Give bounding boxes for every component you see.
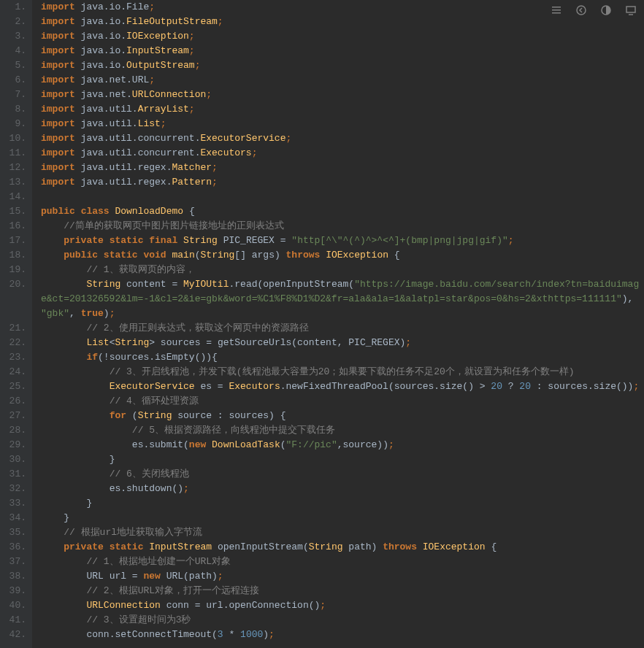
code-line[interactable]: // 1、获取网页的内容， xyxy=(41,263,644,277)
code-line[interactable]: List<String> sources = getSourceUrls(con… xyxy=(41,336,644,350)
code-line[interactable]: es.submit(new DownLoadTask("F://pic",sou… xyxy=(41,438,644,452)
token: throws xyxy=(383,541,417,552)
code-line[interactable]: ExecutorService es = Executors.newFixedT… xyxy=(41,379,644,394)
code-line[interactable]: } xyxy=(41,452,644,467)
token: void xyxy=(143,250,166,261)
token xyxy=(206,439,212,450)
code-line[interactable]: // 6、关闭线程池 xyxy=(41,467,644,482)
code-line[interactable]: import java.util.concurrent.ExecutorServ… xyxy=(41,131,644,146)
token: ) xyxy=(104,308,110,319)
token: DownLoadTask xyxy=(212,439,280,450)
token: // 1、根据地址创建一个URL对象 xyxy=(86,556,231,567)
code-editor[interactable]: 1.2.3.4.5.6.7.8.9.10.11.12.13.14.15.16.1… xyxy=(0,0,644,648)
code-line[interactable]: import java.util.ArrayList; xyxy=(41,102,644,117)
code-line[interactable]: import java.net.URLConnection; xyxy=(41,88,644,102)
code-line[interactable] xyxy=(41,190,644,204)
code-line[interactable]: import java.util.regex.Pattern; xyxy=(41,175,644,190)
code-line[interactable]: // 5、根据资源路径，向线程池中提交下载任务 xyxy=(41,423,644,438)
code-line[interactable]: // 4、循环处理资源 xyxy=(41,394,644,409)
token: final xyxy=(149,235,177,246)
token: import xyxy=(41,60,75,71)
code-line[interactable]: String content = MyIOUtil.read(openInput… xyxy=(41,277,644,321)
token: ; xyxy=(320,600,326,611)
code-line[interactable]: // 3、设置超时间为3秒 xyxy=(41,613,644,628)
token: // 3、设置超时间为3秒 xyxy=(86,614,191,625)
token: 3 xyxy=(218,629,223,640)
code-line[interactable]: import java.net.URL; xyxy=(41,73,644,88)
token: ; xyxy=(212,177,218,188)
code-line[interactable]: // 根据url地址获取输入字节流 xyxy=(41,525,644,540)
code-line[interactable]: if(!sources.isEmpty()){ xyxy=(41,350,644,365)
token: conn = url.openConnection() xyxy=(161,600,320,611)
token: //简单的获取网页中图片图片链接地址的正则表达式 xyxy=(64,220,284,231)
toolbar xyxy=(551,4,637,16)
line-number: 10. xyxy=(3,131,26,146)
line-number: 24. xyxy=(3,365,26,379)
svg-rect-0 xyxy=(552,7,561,8)
token: java.util. xyxy=(75,118,138,129)
code-line[interactable]: import java.io.IOException; xyxy=(41,29,644,44)
line-number: 19. xyxy=(3,263,26,277)
code-line[interactable]: public class DownloadDemo { xyxy=(41,204,644,219)
code-line[interactable]: public static void main(String[] args) t… xyxy=(41,248,644,263)
token: // 4、循环处理资源 xyxy=(110,396,199,406)
line-number: 22. xyxy=(3,336,26,350)
code-line[interactable]: private static InputStream openInputStre… xyxy=(41,540,644,555)
code-line[interactable]: import java.io.OutputStream; xyxy=(41,58,644,73)
line-number: 42. xyxy=(3,628,26,642)
code-line[interactable]: URLConnection conn = url.openConnection(… xyxy=(41,598,644,613)
code-line[interactable]: conn.setConnectTimeout(3 * 1000); xyxy=(41,628,644,642)
code-line[interactable]: //简单的获取网页中图片图片链接地址的正则表达式 xyxy=(41,219,644,234)
token: InputStream xyxy=(149,541,212,552)
token: private xyxy=(64,541,104,552)
code-line[interactable]: // 2、使用正则表达式，获取这个网页中的资源路径 xyxy=(41,321,644,336)
token: } xyxy=(41,512,69,523)
list-icon[interactable] xyxy=(551,4,562,16)
line-number: 41. xyxy=(3,613,26,628)
code-line[interactable]: for (String source : sources) { xyxy=(41,409,644,423)
token: , xyxy=(69,308,81,319)
code-line[interactable]: } xyxy=(41,511,644,525)
line-number: 4. xyxy=(3,44,26,58)
token: ? xyxy=(502,381,519,392)
token: ; xyxy=(252,147,258,158)
code-line[interactable]: } xyxy=(41,496,644,511)
token: URL xyxy=(132,74,149,85)
token: source : sources) { xyxy=(172,410,285,421)
back-icon[interactable] xyxy=(575,4,587,16)
token xyxy=(41,352,86,363)
token: ; xyxy=(212,162,218,173)
token: // 5、根据资源路径，向线程池中提交下载任务 xyxy=(132,425,335,436)
code-line[interactable]: URL url = new URL(path); xyxy=(41,569,644,584)
token: // 2、使用正则表达式，获取这个网页中的资源路径 xyxy=(86,323,308,333)
token: java.io. xyxy=(75,31,126,42)
token: import xyxy=(41,89,75,100)
contrast-icon[interactable] xyxy=(600,4,612,16)
code-line[interactable]: import java.io.InputStream; xyxy=(41,44,644,58)
line-number: 28. xyxy=(3,423,26,438)
code-line[interactable]: import java.util.List; xyxy=(41,117,644,131)
code-line[interactable]: // 1、根据地址创建一个URL对象 xyxy=(41,555,644,569)
line-number: 37. xyxy=(3,555,26,569)
token: ; xyxy=(195,60,201,71)
code-line[interactable]: // 3、开启线程池，并发下载(线程池最大容量为20；如果要下载的任务不足20个… xyxy=(41,365,644,379)
token: java.util. xyxy=(75,104,138,115)
token: import xyxy=(41,118,75,129)
token: ; xyxy=(149,1,155,12)
token: File xyxy=(126,1,149,12)
token: ; xyxy=(206,89,212,100)
code-area[interactable]: import java.io.File;import java.io.FileO… xyxy=(32,0,644,648)
code-line[interactable]: // 2、根据URL对象，打开一个远程连接 xyxy=(41,584,644,598)
code-line[interactable]: import java.util.concurrent.Executors; xyxy=(41,146,644,161)
token: java.util.regex. xyxy=(75,177,172,188)
token: new xyxy=(143,571,160,582)
monitor-icon[interactable] xyxy=(625,4,637,16)
token: ; xyxy=(285,133,291,144)
token: java.util.concurrent. xyxy=(75,133,201,144)
token: MyIOUtil xyxy=(183,279,229,290)
code-line[interactable]: es.shutdown(); xyxy=(41,482,644,496)
code-line[interactable]: private static final String PIC_REGEX = … xyxy=(41,234,644,248)
code-line[interactable]: import java.util.regex.Matcher; xyxy=(41,161,644,175)
code-line[interactable]: import java.io.FileOutputStream; xyxy=(41,15,644,29)
token: ) xyxy=(263,629,269,640)
